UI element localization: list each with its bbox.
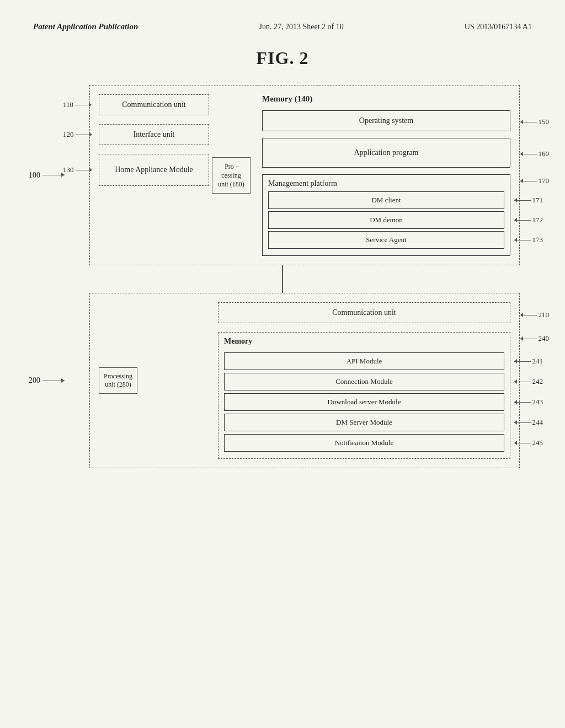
- service-agent-box: Service Agent: [268, 231, 504, 249]
- connection-module-wrapper: Connection Module 242: [224, 373, 504, 390]
- device-100-ref: 100: [29, 171, 65, 180]
- app-program-box: Application program: [262, 138, 510, 168]
- app-program-wrapper: Application program 160: [262, 138, 510, 170]
- device-200-ref: 200: [29, 376, 65, 385]
- page: Patent Application Publication Jun. 27, …: [0, 0, 565, 728]
- home-appliance-ref: 130: [63, 165, 92, 174]
- comm-unit-wrapper: 110 Communication unit: [99, 94, 209, 115]
- bottom-memory-title: Memory: [224, 337, 252, 346]
- fig-title: FIG. 2: [33, 48, 532, 68]
- download-server-module-box: Download server Module: [224, 393, 504, 411]
- api-module-ref: 241: [514, 357, 543, 366]
- dm-server-module-wrapper: DM Server Module 244: [224, 414, 504, 431]
- dm-client-wrapper: DM client 171: [268, 191, 504, 209]
- bottom-memory-box: Memory API Module: [218, 332, 510, 459]
- header: Patent Application Publication Jun. 27, …: [33, 22, 532, 31]
- bottom-comm-unit-box: Communication unit: [218, 302, 510, 323]
- bottom-memory-ref: 240: [520, 334, 550, 343]
- interface-unit-wrapper: 120 Interface unit: [99, 124, 209, 145]
- dm-demon-box: DM demon: [268, 211, 504, 229]
- service-agent-wrapper: Service Agent 173: [268, 231, 504, 249]
- service-agent-ref: 173: [514, 235, 543, 244]
- mgmt-platform-wrapper: Management platform DM client: [262, 174, 510, 256]
- download-server-module-wrapper: Download server Module 243: [224, 393, 504, 411]
- mgmt-platform-title: Management platform: [268, 179, 504, 188]
- bottom-right-column: Communication unit 210: [209, 302, 510, 459]
- app-program-ref: 160: [520, 149, 550, 158]
- bottom-comm-unit-ref: 210: [520, 311, 550, 319]
- bottom-device-wrapper: 200 Processing unit (280): [67, 293, 498, 468]
- processing-unit-box: Pro -cessing unit (180): [212, 157, 250, 194]
- vertical-connector-line: [282, 265, 283, 293]
- interface-unit-ref: 120: [63, 130, 92, 139]
- header-center: Jun. 27, 2013 Sheet 2 of 10: [259, 23, 343, 31]
- api-module-wrapper: API Module 241: [224, 352, 504, 370]
- api-module-box: API Module: [224, 352, 504, 370]
- left-column: 110 Communication unit: [99, 94, 209, 256]
- home-appliance-box: Home Appliance Module: [99, 154, 209, 186]
- dm-demon-ref: 172: [514, 216, 543, 224]
- memory-header: Memory (140): [262, 94, 510, 104]
- header-left: Patent Application Publication: [33, 22, 138, 31]
- os-ref: 150: [520, 117, 550, 126]
- home-appliance-wrapper: 130 Home Appliance Module: [99, 154, 209, 186]
- os-box: Operating system: [262, 110, 510, 131]
- dm-server-module-box: DM Server Module: [224, 414, 504, 431]
- mgmt-platform-box: Management platform DM client: [262, 174, 510, 256]
- connection-module-box: Connection Module: [224, 373, 504, 390]
- bottom-device-block: Processing unit (280) Communication unit: [89, 293, 520, 468]
- dm-server-module-ref: 244: [514, 418, 543, 427]
- dm-demon-wrapper: DM demon 172: [268, 211, 504, 229]
- right-column: Memory (140) Operating system 150: [253, 94, 510, 256]
- middle-column: Pro -cessing unit (180): [209, 94, 253, 256]
- connector: [67, 265, 498, 293]
- bottom-comm-unit-wrapper: Communication unit 210: [218, 302, 510, 328]
- notification-module-wrapper: Notificaiton Module 245: [224, 434, 504, 452]
- header-right: US 2013/0167134 A1: [465, 23, 532, 31]
- os-wrapper: Operating system 150: [262, 110, 510, 133]
- bottom-memory-wrapper: Memory API Module: [218, 332, 510, 459]
- dm-client-ref: 171: [514, 196, 543, 205]
- connection-module-ref: 242: [514, 377, 543, 386]
- comm-unit-ref: 110: [63, 100, 92, 109]
- notification-module-ref: 245: [514, 438, 543, 447]
- dm-client-box: DM client: [268, 191, 504, 209]
- notification-module-box: Notificaiton Module: [224, 434, 504, 452]
- download-server-module-ref: 243: [514, 398, 543, 406]
- interface-unit-box: Interface unit: [99, 124, 209, 145]
- top-device-block: 110 Communication unit: [89, 85, 520, 265]
- bottom-left-column: Processing unit (280): [99, 302, 209, 459]
- mgmt-platform-ref: 170: [520, 176, 550, 185]
- communication-unit-box: Communication unit: [99, 94, 209, 115]
- processing-unit-bottom-box: Processing unit (280): [99, 367, 137, 394]
- diagram: 100 110: [45, 85, 520, 468]
